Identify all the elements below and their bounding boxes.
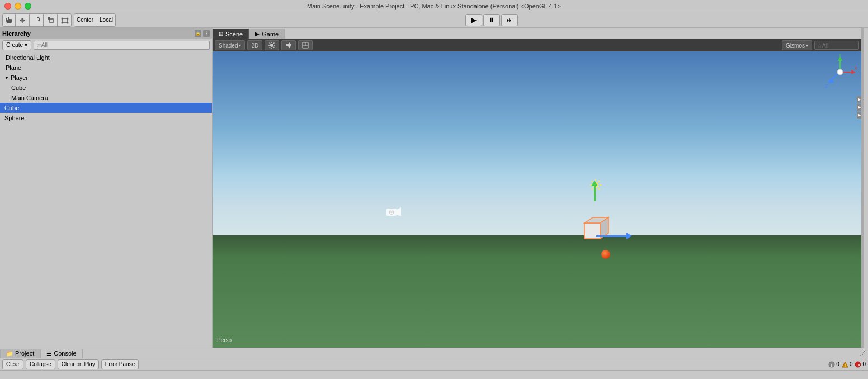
- shaded-label: Shaded: [219, 42, 238, 49]
- info-count-badge: i 0: [828, 361, 839, 368]
- scene-search-input[interactable]: [814, 41, 859, 50]
- local-button[interactable]: Local: [97, 14, 115, 26]
- svg-point-5: [62, 17, 63, 19]
- resize-icon: [859, 350, 866, 357]
- svg-point-7: [62, 22, 63, 23]
- hierarchy-item-directional-light[interactable]: Directional Light: [0, 53, 212, 63]
- pause-button[interactable]: ⏸: [483, 14, 500, 26]
- scene-toolbar-right: Gizmos ▾: [782, 40, 859, 50]
- hand-tool-button[interactable]: [3, 14, 16, 26]
- svg-line-32: [598, 188, 600, 189]
- lighting-button[interactable]: [265, 40, 279, 50]
- fx-icon: [302, 42, 309, 49]
- scene-viewport[interactable]: Persp: [213, 51, 861, 348]
- clear-on-play-button[interactable]: Clear on Play: [58, 359, 99, 369]
- step-icon: ⏭: [506, 16, 513, 24]
- play-controls: ▶ ⏸ ⏭: [465, 14, 518, 26]
- camera-icon: [386, 206, 402, 218]
- close-button[interactable]: [4, 3, 11, 10]
- collapse-top-button[interactable]: ▶: [857, 96, 861, 103]
- scene-tab-icon: ⊞: [219, 31, 223, 37]
- svg-point-8: [67, 22, 69, 23]
- rotate-tool-button[interactable]: [31, 14, 44, 26]
- create-label: Create ▾: [6, 42, 27, 48]
- project-tab[interactable]: 📁 Project: [0, 349, 40, 358]
- error-pause-button[interactable]: Error Pause: [101, 359, 139, 369]
- hierarchy-panel: Hierarchy 🔒 ⋮ Create ▾ Directional L: [0, 28, 213, 348]
- rect-tool-button[interactable]: [59, 14, 71, 26]
- hierarchy-header: Hierarchy 🔒 ⋮: [0, 28, 212, 39]
- create-button[interactable]: Create ▾: [2, 40, 31, 50]
- game-tab[interactable]: ▶ Game: [249, 29, 285, 39]
- maximize-button[interactable]: [25, 3, 31, 10]
- move-icon: ✥: [19, 16, 27, 24]
- body-area: Hierarchy 🔒 ⋮ Create ▾ Directional L: [0, 28, 868, 379]
- scene-tab[interactable]: ⊞ Scene: [213, 29, 249, 39]
- middle-row: Hierarchy 🔒 ⋮ Create ▾ Directional L: [0, 28, 868, 348]
- sun-icon: [268, 42, 275, 49]
- 2d-button[interactable]: 2D: [247, 40, 262, 50]
- console-tab[interactable]: ☰ Console: [40, 349, 82, 358]
- audio-icon: [285, 42, 292, 49]
- right-panel-controls: ▶ ▶ ▶: [857, 96, 861, 119]
- svg-text:Z: Z: [825, 83, 828, 89]
- console-toolbar: Clear Collapse Clear on Play Error Pause…: [0, 358, 868, 371]
- window-title: Main Scene.unity - Example Project - PC,…: [307, 3, 561, 10]
- clear-button[interactable]: Clear: [2, 359, 23, 369]
- audio-button[interactable]: [281, 40, 296, 50]
- svg-text:i: i: [831, 363, 832, 368]
- shaded-button[interactable]: Shaded ▾: [215, 40, 245, 50]
- warn-count: 0: [850, 361, 853, 367]
- item-label: Sphere: [4, 115, 24, 121]
- hierarchy-search-input[interactable]: [34, 41, 210, 50]
- item-label: Directional Light: [6, 54, 50, 61]
- project-tab-label: Project: [15, 350, 34, 357]
- inspector-resize-handle[interactable]: [862, 28, 864, 348]
- hierarchy-item-cube-child[interactable]: Cube: [0, 83, 212, 93]
- rotate-icon: [33, 16, 41, 24]
- collapse-mid-button[interactable]: ▶: [857, 104, 861, 111]
- warn-count-badge: ! 0: [842, 361, 853, 368]
- minimize-button[interactable]: [15, 3, 21, 10]
- pivot-group: Center Local: [74, 13, 116, 27]
- game-tab-icon: ▶: [255, 31, 260, 37]
- game-tab-label: Game: [262, 31, 279, 37]
- collapse-bot-button[interactable]: ▶: [857, 112, 861, 119]
- view-tabs: ⊞ Scene ▶ Game: [213, 28, 861, 39]
- more-icon[interactable]: ⋮: [203, 30, 210, 37]
- lock-icon[interactable]: 🔒: [195, 30, 201, 37]
- svg-line-33: [598, 181, 600, 182]
- collapse-label: Collapse: [30, 361, 51, 367]
- gizmos-button[interactable]: Gizmos ▾: [782, 40, 812, 50]
- y-axis-arrow: [594, 182, 596, 201]
- scale-tool-button[interactable]: [45, 14, 58, 26]
- pause-icon: ⏸: [488, 16, 495, 24]
- sphere-object: [601, 250, 610, 259]
- scene-gizmo-svg: X Y Z: [822, 54, 858, 91]
- hierarchy-item-sphere[interactable]: Sphere: [0, 113, 212, 123]
- hierarchy-item-cube-selected[interactable]: Cube: [0, 103, 212, 113]
- hierarchy-item-main-camera[interactable]: Main Camera: [0, 93, 212, 103]
- item-label: Plane: [6, 64, 21, 71]
- svg-marker-43: [828, 79, 834, 83]
- collapse-button[interactable]: Collapse: [26, 359, 55, 369]
- toolbar-spacer: ▶ ⏸ ⏭: [118, 14, 866, 26]
- hierarchy-title: Hierarchy: [2, 30, 31, 37]
- fx-button[interactable]: [298, 40, 313, 50]
- window-controls: [4, 3, 31, 10]
- svg-line-16: [273, 43, 275, 44]
- bottom-resize-handle[interactable]: [859, 350, 868, 357]
- svg-point-24: [390, 211, 393, 213]
- scene-tab-label: Scene: [225, 31, 243, 37]
- play-button[interactable]: ▶: [465, 14, 482, 26]
- center-button[interactable]: Center: [74, 14, 96, 26]
- info-icon: i: [828, 361, 835, 368]
- hierarchy-item-plane[interactable]: Plane: [0, 63, 212, 73]
- move-tool-button[interactable]: ✥: [17, 14, 30, 26]
- hierarchy-item-player[interactable]: ▼ Player: [0, 73, 212, 83]
- svg-point-44: [837, 69, 843, 75]
- hierarchy-toolbar: Create ▾: [0, 39, 212, 51]
- warning-icon: !: [842, 361, 848, 368]
- step-button[interactable]: ⏭: [501, 14, 518, 26]
- svg-text:✕: ✕: [857, 363, 861, 368]
